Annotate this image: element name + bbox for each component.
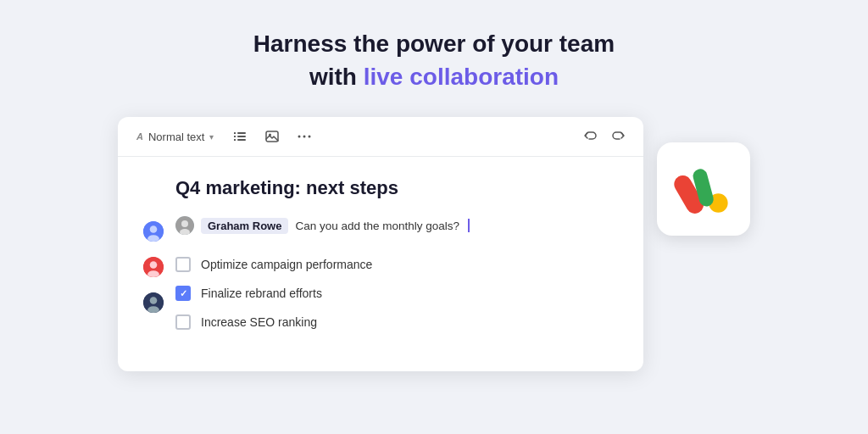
doc-title: Q4 marketing: next steps — [175, 177, 620, 199]
text-cursor — [468, 219, 470, 232]
side-widget — [657, 142, 750, 236]
checkbox-3[interactable] — [175, 314, 191, 330]
editor-card: A Normal text ▾ — [118, 117, 643, 371]
font-icon: A — [136, 131, 143, 142]
text-style-label: Normal text — [148, 131, 204, 143]
headline-line1: Harness the power of your team — [253, 31, 615, 57]
commenter-name: Graham Rowe — [201, 218, 288, 234]
checklist-item-1: Optimize campaign performance — [175, 250, 620, 279]
svg-point-8 — [298, 136, 301, 138]
svg-point-18 — [150, 298, 158, 305]
commenter-avatar — [175, 216, 194, 235]
checklist-label-3: Increase SEO ranking — [201, 315, 317, 329]
headline-highlight: live collaboration — [364, 64, 559, 90]
svg-rect-2 — [234, 136, 236, 137]
svg-rect-1 — [237, 132, 246, 134]
avatar-user1 — [142, 220, 165, 243]
checklist-item-2: Finalize rebrand efforts — [175, 279, 620, 308]
toolbar-right — [579, 125, 630, 147]
svg-point-15 — [150, 262, 158, 270]
avatar-user3 — [142, 291, 165, 314]
svg-point-12 — [150, 226, 158, 234]
toolbar: A Normal text ▾ — [118, 117, 643, 157]
checklist-area: Q4 marketing: next steps Graham Rowe Can… — [175, 177, 620, 337]
image-icon[interactable] — [261, 125, 283, 147]
chevron-down-icon: ▾ — [209, 132, 214, 142]
app-icon-card — [657, 142, 750, 236]
svg-point-16 — [147, 271, 159, 279]
svg-rect-0 — [234, 132, 236, 134]
text-style-selector[interactable]: A Normal text ▾ — [131, 128, 219, 146]
svg-rect-4 — [234, 139, 236, 141]
left-avatars — [142, 179, 165, 337]
headline: Harness the power of your team with live… — [253, 27, 615, 93]
comment-text: Can you add the monthly goals? — [295, 220, 459, 232]
svg-point-19 — [147, 307, 159, 314]
redo-button[interactable] — [608, 125, 630, 147]
editor-body: Q4 marketing: next steps Graham Rowe Can… — [118, 157, 643, 357]
checklist-label-1: Optimize campaign performance — [201, 258, 372, 271]
main-area: A Normal text ▾ — [0, 117, 868, 371]
svg-rect-5 — [237, 139, 246, 141]
svg-point-21 — [181, 220, 188, 227]
avatar-user2 — [142, 255, 165, 279]
comment-row: Graham Rowe Can you add the monthly goal… — [175, 216, 620, 235]
more-options-icon[interactable] — [293, 125, 315, 147]
svg-point-13 — [147, 236, 159, 243]
checklist-item-3: Increase SEO ranking — [175, 308, 620, 337]
undo-button[interactable] — [579, 125, 601, 147]
app-logo-icon — [672, 158, 736, 221]
svg-point-9 — [303, 136, 306, 138]
svg-point-10 — [309, 136, 311, 138]
checkbox-1[interactable] — [175, 257, 191, 272]
list-icon[interactable] — [229, 125, 251, 147]
checkbox-2[interactable] — [175, 286, 191, 301]
checklist-label-2: Finalize rebrand efforts — [201, 287, 322, 300]
svg-rect-3 — [237, 136, 246, 137]
checklist: Optimize campaign performance Finalize r… — [175, 250, 620, 337]
headline-line2-prefix: with — [309, 64, 364, 90]
